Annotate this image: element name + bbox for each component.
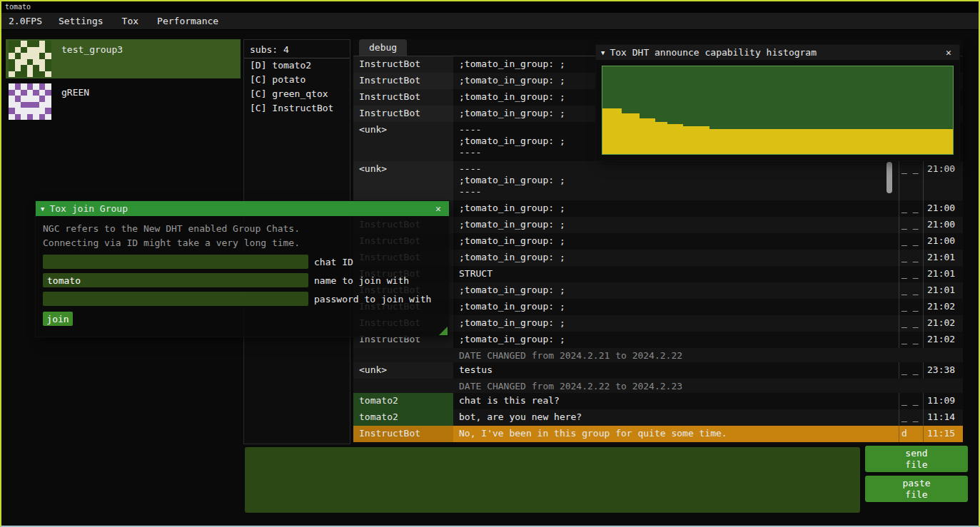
paste-file-button[interactable]: paste file	[865, 476, 968, 502]
message-text: STRUCT	[453, 266, 899, 282]
window-titlebar: tomato	[1, 1, 979, 13]
chat-message-row: tomato2chat is this real?_ _11:09	[353, 393, 963, 409]
histogram-window-title: Tox DHT announce capability histogram	[610, 47, 938, 58]
join-name-label: name to join with	[314, 275, 409, 286]
message-flags: _ _	[899, 299, 923, 315]
app-window: tomato 2.0FPS Settings Tox Performance t…	[0, 0, 980, 527]
send-file-button[interactable]: send file	[865, 446, 968, 472]
message-flags: _ _	[899, 233, 923, 250]
chat-id-label: chat ID	[314, 257, 353, 267]
message-time: 21:00	[923, 161, 963, 200]
histogram-bar	[602, 108, 622, 154]
message-author[interactable]: InstructBot	[353, 73, 453, 89]
join-group-window: ▼ Tox join Group ✕ NGC refers to the New…	[36, 201, 449, 337]
member-item[interactable]: [C] potato	[244, 73, 350, 87]
chat-id-input[interactable]	[43, 255, 308, 269]
close-icon[interactable]: ✕	[433, 203, 444, 214]
message-author[interactable]: tomato2	[353, 393, 453, 409]
date-separator-row: DATE CHANGED from 2024.2.22 to 2024.2.23	[353, 379, 963, 393]
collapse-arrow-icon[interactable]: ▼	[601, 49, 605, 56]
date-changed-text: DATE CHANGED from 2024.2.22 to 2024.2.23	[353, 381, 682, 392]
message-time: 21:02	[923, 299, 963, 315]
join-name-field-row: name to join with	[43, 273, 442, 287]
menu-item-performance[interactable]: Performance	[148, 13, 228, 29]
message-flags: _ _	[899, 315, 923, 332]
message-flags: _ _	[899, 217, 923, 233]
date-changed-text: DATE CHANGED from 2024.2.21 to 2024.2.22	[353, 350, 682, 361]
message-time: 11:15	[923, 426, 963, 442]
message-time: 21:00	[923, 233, 963, 250]
message-author[interactable]: InstructBot	[353, 106, 453, 122]
join-button[interactable]: join	[43, 312, 73, 326]
histogram-bar	[683, 126, 709, 154]
message-flags: _ _	[899, 266, 923, 282]
message-time: 21:02	[923, 332, 963, 348]
group-name: test_group3	[61, 41, 123, 55]
message-text: ;tomato_in_group: ;	[453, 315, 899, 332]
join-window-body: NGC refers to the New DHT enabled Group …	[36, 216, 449, 337]
histogram-bar	[622, 113, 640, 154]
message-text: ----;tomato_in_group: ;----	[453, 161, 899, 200]
message-flags: _ _	[899, 250, 923, 266]
chat-scrollbar[interactable]	[886, 162, 892, 193]
group-item-test-group3[interactable]: test_group3	[6, 39, 241, 78]
histogram-window: ▼ Tox DHT announce capability histogram …	[596, 45, 959, 160]
join-password-input[interactable]	[43, 292, 308, 306]
member-list: [D] tomato2[C] potato[C] green_qtox[C] I…	[244, 58, 350, 116]
message-text: No, I've been in this group for quite so…	[453, 426, 899, 442]
group-avatar	[9, 83, 51, 120]
histogram-bar	[655, 122, 667, 155]
join-password-field-row: password to join with	[43, 292, 442, 306]
message-text: testus	[453, 362, 899, 379]
message-flags: _ _	[899, 200, 923, 217]
member-item[interactable]: [D] tomato2	[244, 58, 350, 73]
member-item[interactable]: [C] InstructBot	[244, 101, 350, 116]
menu-item-settings[interactable]: Settings	[49, 13, 113, 29]
message-time: 21:00	[923, 217, 963, 233]
message-text: chat is this real?	[453, 393, 899, 409]
message-text: ;tomato_in_group: ;	[453, 282, 899, 299]
message-time: 21:01	[923, 250, 963, 266]
resize-grip[interactable]	[439, 327, 448, 335]
join-password-label: password to join with	[314, 294, 431, 305]
message-time: 11:14	[923, 409, 963, 426]
join-window-titlebar[interactable]: ▼ Tox join Group ✕	[36, 201, 449, 216]
message-flags: _ _	[899, 282, 923, 299]
message-author[interactable]: <unk>	[353, 161, 453, 200]
message-author[interactable]: InstructBot	[353, 89, 453, 106]
message-flags: d	[899, 426, 923, 442]
tab-debug[interactable]: debug	[359, 39, 407, 56]
message-text: ;tomato_in_group: ;	[453, 299, 899, 315]
message-time: 21:01	[923, 282, 963, 299]
message-time: 21:02	[923, 315, 963, 332]
message-author[interactable]: InstructBot	[353, 426, 453, 442]
message-author[interactable]: <unk>	[353, 122, 453, 161]
group-avatar	[9, 41, 51, 77]
message-author[interactable]: InstructBot	[353, 56, 453, 73]
date-separator-row: DATE CHANGED from 2024.2.21 to 2024.2.22	[353, 348, 963, 362]
join-name-input[interactable]	[43, 273, 308, 287]
chat-id-field-row: chat ID	[43, 255, 442, 269]
group-item-green[interactable]: gREEN	[6, 82, 241, 121]
collapse-arrow-icon[interactable]: ▼	[41, 205, 44, 213]
window-title: tomato	[5, 3, 31, 11]
message-author[interactable]: <unk>	[353, 362, 453, 379]
menu-bar: 2.0FPS Settings Tox Performance	[1, 13, 979, 30]
chat-message-row: <unk>testus_ _23:38	[353, 362, 963, 379]
message-text: ;tomato_in_group: ;	[453, 233, 899, 250]
histogram-window-titlebar[interactable]: ▼ Tox DHT announce capability histogram …	[596, 45, 959, 60]
message-input[interactable]	[245, 447, 860, 513]
group-name: gREEN	[61, 83, 89, 98]
message-flags: _ _	[899, 161, 923, 200]
menu-item-tox[interactable]: Tox	[113, 13, 148, 29]
message-text: ;tomato_in_group: ;	[453, 217, 899, 233]
close-icon[interactable]: ✕	[943, 47, 954, 58]
message-author[interactable]: tomato2	[353, 409, 453, 426]
member-item[interactable]: [C] green_qtox	[244, 87, 350, 101]
chat-message-row: tomato2bot, are you new here?_ _11:14	[353, 409, 963, 426]
histogram-bar	[640, 118, 655, 154]
message-text: ;tomato_in_group: ;	[453, 200, 899, 217]
group-list: test_group3 gREEN	[6, 39, 241, 125]
message-text: ;tomato_in_group: ;	[453, 250, 899, 266]
message-time: 21:01	[923, 266, 963, 282]
